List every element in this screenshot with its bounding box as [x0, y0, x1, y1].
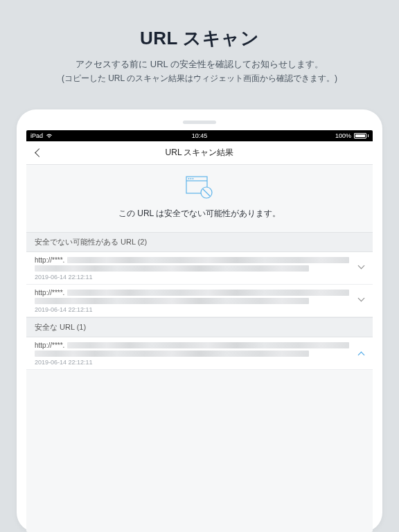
warning-banner: この URL は安全でない可能性があります。 [26, 165, 373, 232]
device-speaker [183, 121, 216, 124]
hero-desc-2: (コピーした URL のスキャン結果はウィジェット画面から確認できます。) [14, 72, 385, 85]
svg-point-4 [193, 178, 194, 179]
tablet-frame: iPad 10:45 100% URL スキャン結果 [17, 109, 382, 532]
chevron-up-icon [358, 352, 365, 359]
navbar-title: URL スキャン結果 [166, 147, 234, 159]
url-item-safe[interactable]: http://****. 2019-06-14 22:12:11 [26, 337, 373, 370]
carrier-label: iPad [30, 132, 43, 139]
unsafe-section-header: 安全でない可能性がある URL (2) [26, 232, 373, 252]
blurred-url [35, 351, 309, 357]
status-time: 10:45 [192, 132, 208, 139]
blurred-url [35, 265, 309, 272]
url-prefix: http://****. [35, 342, 64, 349]
url-timestamp: 2019-06-14 22:12:11 [35, 274, 364, 281]
blurred-url [35, 298, 309, 304]
banner-text: この URL は安全でない可能性があります。 [26, 208, 373, 220]
battery-icon [354, 133, 369, 139]
browser-block-icon [186, 176, 213, 202]
hero-section: URL スキャン アクセスする前に URL の安全性を確認してお知らせします。 … [0, 0, 399, 101]
device-screen: iPad 10:45 100% URL スキャン結果 [26, 130, 373, 532]
back-button[interactable] [26, 141, 50, 165]
expand-toggle[interactable] [359, 265, 364, 271]
status-bar: iPad 10:45 100% [26, 130, 373, 141]
nav-bar: URL スキャン結果 [26, 141, 373, 165]
blurred-url [67, 342, 349, 348]
expand-toggle[interactable] [359, 298, 364, 303]
hero-desc-1: アクセスする前に URL の安全性を確認してお知らせします。 [14, 57, 385, 71]
url-timestamp: 2019-06-14 22:12:11 [35, 306, 364, 313]
safe-section-header: 安全な URL (1) [26, 317, 373, 337]
battery-percent: 100% [335, 132, 351, 139]
wifi-icon [46, 133, 53, 139]
svg-point-3 [190, 178, 192, 179]
blurred-url [67, 257, 349, 263]
url-prefix: http://****. [35, 256, 64, 264]
hero-title: URL スキャン [14, 26, 385, 51]
svg-point-2 [188, 178, 190, 179]
url-item-unsafe[interactable]: http://****. 2019-06-14 22:12:11 [26, 285, 373, 317]
url-prefix: http://****. [35, 289, 64, 296]
url-item-unsafe[interactable]: http://****. 2019-06-14 22:12:11 [26, 252, 373, 285]
collapse-toggle[interactable] [359, 351, 364, 356]
url-timestamp: 2019-06-14 22:12:11 [35, 359, 364, 366]
blurred-url [67, 290, 349, 296]
chevron-left-icon [35, 148, 44, 157]
